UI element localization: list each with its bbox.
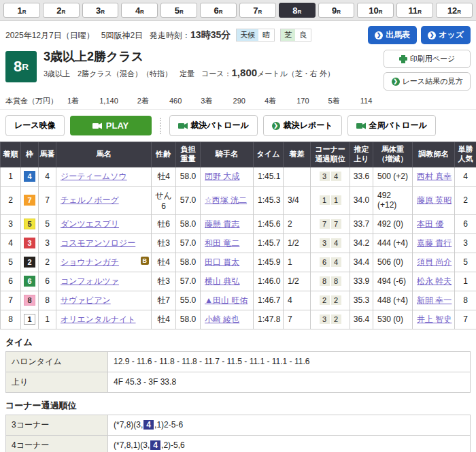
race-tab-suffix: R bbox=[457, 9, 461, 15]
table-row: 144ジーティームソウ牡458.0団野 大成1:45.13433.6500 (+… bbox=[1, 167, 476, 186]
jockey-name-link[interactable]: 和田 竜二 bbox=[205, 238, 239, 248]
carried-weight: 58.0 bbox=[176, 253, 201, 272]
corner-table: 3コーナー(*7,8)(3,4,1)2-5-64コーナー(*7,8,1)(3,4… bbox=[5, 415, 471, 452]
prize-item: 3着 290 bbox=[201, 97, 255, 105]
finish-time: 1:45.7 bbox=[254, 233, 284, 253]
race-tab-12R[interactable]: 12R bbox=[436, 3, 473, 18]
horse-name-link[interactable]: ダンツエスプリ bbox=[61, 219, 119, 229]
race-tab-7R[interactable]: 7R bbox=[239, 3, 276, 18]
trainer-name-link[interactable]: 松永 幹夫 bbox=[417, 276, 452, 286]
race-date: 2025年12月7日（日曜） bbox=[5, 31, 95, 40]
time-section-title: タイム bbox=[0, 329, 476, 351]
jockey-name-link[interactable]: 小崎 綾也 bbox=[205, 314, 239, 324]
race-tab-8R[interactable]: 8R bbox=[279, 3, 316, 18]
horse-weight: 492 (0) bbox=[373, 214, 413, 233]
entries-button[interactable]: ❯出馬表 bbox=[368, 26, 417, 44]
corner-row: 4コーナー(*7,8,1)(3,4,2)-5,6 bbox=[6, 435, 471, 452]
winner-number-highlight: 4 bbox=[150, 440, 160, 450]
race-tab-9R[interactable]: 9R bbox=[318, 3, 355, 18]
frame-cell: 5 bbox=[21, 214, 39, 233]
winner-number-highlight: 4 bbox=[143, 420, 154, 430]
jockey-name-link[interactable]: 田口 貫太 bbox=[205, 257, 239, 267]
race-tab-3R[interactable]: 3R bbox=[82, 3, 119, 18]
horse-name-link[interactable]: コンフォルツァ bbox=[61, 276, 119, 286]
prize-place: 4着 bbox=[265, 97, 276, 105]
corner-position-value: 4 bbox=[331, 172, 341, 181]
corner-positions: 32 bbox=[311, 310, 350, 329]
finish-time: 1:46.0 bbox=[254, 272, 284, 291]
play-button[interactable]: PLAY bbox=[70, 116, 152, 135]
patrol-video-button[interactable]: 裁決パトロール bbox=[169, 115, 258, 136]
time-row: 上り4F 45.3 - 3F 33.8 bbox=[6, 372, 471, 392]
prize-place: 2着 bbox=[137, 97, 149, 105]
trainer-name-link[interactable]: 嘉藤 貴行 bbox=[417, 238, 452, 248]
frame-badge: 3 bbox=[24, 238, 35, 248]
race-tab-2R[interactable]: 2R bbox=[43, 3, 80, 18]
trainer-name-link[interactable]: 井上 智史 bbox=[417, 314, 452, 324]
column-header: 性齢 bbox=[152, 142, 176, 167]
corner-positions: 77 bbox=[311, 214, 350, 233]
horse-name-cell: ジーティームソウ bbox=[56, 167, 152, 186]
win-popularity: 4 bbox=[455, 167, 476, 186]
jockey-name-link[interactable]: 横山 典弘 bbox=[205, 276, 239, 286]
last-3f: 34.0 bbox=[350, 186, 373, 214]
race-tab-number: 11 bbox=[408, 5, 418, 16]
trainer-name-link[interactable]: 本田 優 bbox=[417, 219, 443, 229]
race-tab-11R[interactable]: 11R bbox=[396, 3, 433, 18]
race-tab-10R[interactable]: 10R bbox=[357, 3, 394, 18]
frame-cell: 4 bbox=[21, 167, 39, 186]
prize-item: 4着 170 bbox=[265, 97, 319, 105]
play-circle-icon: ❯ bbox=[272, 122, 280, 130]
corner-order-after: ,2)-5,6 bbox=[161, 440, 185, 450]
race-tab-5R[interactable]: 5R bbox=[160, 3, 197, 18]
print-page-button[interactable]: 印刷用ページ bbox=[384, 50, 471, 68]
odds-button-label: オッズ bbox=[439, 29, 464, 41]
horse-name-link[interactable]: ジーティームソウ bbox=[61, 172, 127, 181]
jockey-name-link[interactable]: 団野 大成 bbox=[205, 172, 239, 181]
win-popularity: 8 bbox=[455, 291, 476, 310]
corner-row: 3コーナー(*7,8)(3,4,1)2-5-6 bbox=[6, 415, 471, 435]
horse-number: 4 bbox=[39, 167, 56, 186]
race-video-label: レース映像 bbox=[14, 120, 56, 131]
horse-name-link[interactable]: チェルノボーグ bbox=[61, 195, 119, 205]
steward-report-button[interactable]: ❯ 裁決レポート bbox=[263, 115, 342, 136]
trainer-name-link[interactable]: 西村 真幸 bbox=[417, 172, 452, 181]
race-tab-suffix: R bbox=[297, 9, 301, 15]
result-guide-button[interactable]: ❯ レース結果の見方 bbox=[384, 72, 471, 91]
horse-name-link[interactable]: オリエンタルナイト bbox=[61, 314, 136, 324]
race-tab-1R[interactable]: 1R bbox=[3, 3, 40, 18]
trainer-name-link[interactable]: 新開 幸一 bbox=[417, 295, 452, 305]
race-tab-4R[interactable]: 4R bbox=[121, 3, 158, 18]
race-tab-6R[interactable]: 6R bbox=[200, 3, 237, 18]
horse-name-link[interactable]: ショウナンガチ bbox=[61, 257, 119, 267]
going-label: 芝 bbox=[281, 29, 295, 41]
odds-button[interactable]: ❯オッズ bbox=[421, 26, 471, 44]
full-patrol-button[interactable]: 全周パトロール bbox=[347, 115, 436, 136]
jockey-name-link[interactable]: ☆西塚 洸二 bbox=[205, 195, 247, 205]
horse-name-link[interactable]: コスモアンソロジー bbox=[61, 238, 135, 248]
race-condition-text: 3歳以上 2勝クラス（混合）（特指） 定量 bbox=[44, 69, 194, 78]
column-header: 推定 上り bbox=[350, 142, 373, 167]
race-tab-number: 5 bbox=[175, 5, 180, 16]
horse-name-cell: コンフォルツァ bbox=[56, 272, 152, 291]
race-number: 8 bbox=[14, 58, 22, 76]
race-video-button[interactable]: レース映像 bbox=[5, 115, 65, 136]
prize-label: 本賞金（万円） bbox=[5, 97, 58, 105]
last-3f: 34.2 bbox=[350, 233, 373, 253]
trainer-name-link[interactable]: 藤原 英昭 bbox=[417, 195, 452, 205]
jockey-name-link[interactable]: 藤懸 貴志 bbox=[205, 219, 239, 229]
corner-position-value: 2 bbox=[331, 314, 341, 324]
horse-name-cell: チェルノボーグ bbox=[56, 186, 152, 214]
trainer-cell: 嘉藤 貴行 bbox=[413, 233, 455, 253]
corner-positions: 64 bbox=[311, 253, 350, 272]
horse-name-cell: コスモアンソロジー bbox=[56, 233, 152, 253]
entries-button-label: 出馬表 bbox=[386, 29, 410, 41]
finish-position: 4 bbox=[1, 233, 21, 253]
trainer-name-link[interactable]: 須貝 尚介 bbox=[417, 257, 452, 267]
course-label: コース： bbox=[201, 69, 232, 78]
race-tab-suffix: R bbox=[418, 9, 422, 15]
jockey-name-link[interactable]: ▲田山 旺佑 bbox=[205, 295, 248, 305]
meeting-day: 5回阪神2日 bbox=[101, 31, 143, 40]
horse-name-link[interactable]: サヴァビアン bbox=[61, 295, 111, 305]
carried-weight: 57.0 bbox=[176, 272, 201, 291]
